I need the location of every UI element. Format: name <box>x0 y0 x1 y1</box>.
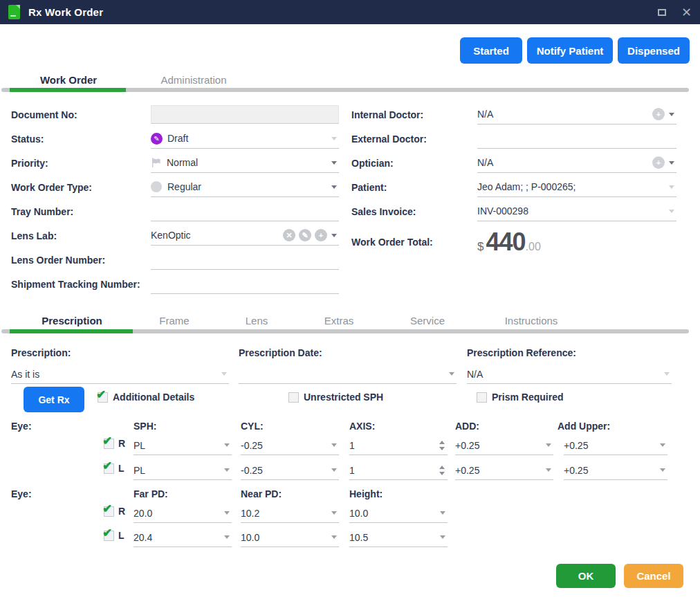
sales-invoice-field[interactable]: INV-000298 <box>477 202 676 221</box>
chevron-down-icon[interactable] <box>224 535 230 539</box>
chevron-down-icon[interactable] <box>331 511 337 515</box>
eye-r-pd-checkbox[interactable]: ✔ R <box>104 506 125 517</box>
cyl-r-field[interactable]: -0.25 <box>241 436 339 455</box>
external-doctor-field[interactable] <box>477 129 676 149</box>
plus-circle-icon[interactable]: + <box>315 229 327 241</box>
chevron-down-icon[interactable] <box>660 443 665 447</box>
add-l-field[interactable]: +0.25 <box>455 461 553 480</box>
add-upper-r-field[interactable]: +0.25 <box>564 436 667 455</box>
axis-r-field[interactable]: 1 <box>349 436 448 455</box>
chevron-down-icon[interactable] <box>546 468 551 472</box>
far-pd-l-value: 20.4 <box>133 532 220 543</box>
spinner-icon[interactable] <box>439 466 445 475</box>
optician-field[interactable]: N/A + <box>477 154 676 173</box>
notify-patient-button[interactable]: Notify Patient <box>527 37 613 64</box>
work-order-type-field[interactable]: Regular <box>151 178 339 197</box>
near-pd-r-field[interactable]: 10.2 <box>241 504 339 523</box>
plus-circle-icon[interactable]: + <box>652 156 665 169</box>
chevron-down-icon[interactable] <box>331 468 337 472</box>
add-upper-l-field[interactable]: +0.25 <box>564 461 667 480</box>
height-r-field[interactable]: 10.0 <box>349 504 448 523</box>
prescription-label: Prescription: <box>11 347 229 358</box>
chevron-down-icon[interactable] <box>669 210 674 213</box>
eye-l-checkbox[interactable]: ✔ L <box>104 463 125 474</box>
near-pd-l-field[interactable]: 10.0 <box>241 528 339 547</box>
x-circle-icon[interactable]: ✕ <box>283 229 295 241</box>
additional-details-checkbox[interactable]: ✔ Additional Details <box>98 392 194 403</box>
eye-l-pd-checkbox[interactable]: ✔ L <box>104 530 125 541</box>
far-pd-l-field[interactable]: 20.4 <box>133 528 232 547</box>
check-icon: ✔ <box>102 526 112 540</box>
chevron-down-icon[interactable] <box>669 185 674 189</box>
far-pd-header: Far PD: <box>133 488 168 499</box>
chevron-down-icon[interactable] <box>660 468 665 472</box>
lens-lab-field[interactable]: KenOptic ✕ ✎ + <box>151 226 339 246</box>
prescription-date-field[interactable] <box>239 365 457 384</box>
checkbox-label: Unrestricted SPH <box>304 392 383 403</box>
chevron-down-icon[interactable] <box>331 185 337 189</box>
window-title: Rx Work Order <box>28 6 103 18</box>
started-button[interactable]: Started <box>460 37 522 64</box>
add-header: ADD: <box>455 421 479 432</box>
work-order-type-value: Regular <box>167 181 327 192</box>
sph-l-field[interactable]: PL <box>133 461 232 480</box>
sub-tab-active-indicator <box>10 329 133 333</box>
chevron-down-icon[interactable] <box>669 161 674 165</box>
chevron-down-icon[interactable] <box>331 443 337 447</box>
checkbox-box[interactable]: ✔ <box>98 392 108 403</box>
patient-field[interactable]: Jeo Adam; ; P-000265; <box>477 178 676 197</box>
sph-r-field[interactable]: PL <box>133 436 232 455</box>
chevron-down-icon[interactable] <box>669 113 674 116</box>
status-field[interactable]: ✎ Draft <box>151 129 339 149</box>
chevron-down-icon[interactable] <box>449 372 454 376</box>
eye-header: Eye: <box>11 421 32 432</box>
chevron-down-icon[interactable] <box>331 137 337 140</box>
chevron-down-icon[interactable] <box>440 511 445 515</box>
chevron-down-icon[interactable] <box>331 535 337 539</box>
chevron-down-icon[interactable] <box>331 234 337 237</box>
eye-r-checkbox[interactable]: ✔ R <box>104 438 125 449</box>
chevron-down-icon[interactable] <box>546 443 551 447</box>
unrestricted-sph-checkbox[interactable]: Unrestricted SPH <box>288 392 383 403</box>
far-pd-r-value: 20.0 <box>133 508 220 519</box>
far-pd-r-field[interactable]: 20.0 <box>133 504 232 523</box>
add-r-field[interactable]: +0.25 <box>455 436 553 455</box>
height-l-field[interactable]: 10.5 <box>349 528 448 547</box>
cyl-l-field[interactable]: -0.25 <box>241 461 339 480</box>
prism-required-checkbox[interactable]: Prism Required <box>477 392 563 403</box>
cancel-button[interactable]: Cancel <box>624 564 683 588</box>
checkbox-box[interactable] <box>288 392 299 403</box>
ok-button[interactable]: OK <box>556 564 616 588</box>
chevron-down-icon[interactable] <box>331 161 337 165</box>
axis-l-field[interactable]: 1 <box>349 461 448 480</box>
checkbox-box[interactable] <box>477 392 487 403</box>
shipment-tracking-field[interactable] <box>151 275 339 294</box>
prescription-reference-field[interactable]: N/A <box>467 365 672 384</box>
priority-field[interactable]: Normal <box>151 154 339 173</box>
check-icon: ✔ <box>102 502 112 516</box>
restore-icon[interactable] <box>658 9 666 16</box>
prescription-field[interactable]: As it is <box>11 365 229 384</box>
plus-circle-icon[interactable]: + <box>652 108 665 120</box>
chevron-down-icon[interactable] <box>440 535 445 539</box>
internal-doctor-field[interactable]: N/A + <box>477 105 676 125</box>
get-rx-button[interactable]: Get Rx <box>24 387 84 412</box>
checkbox-box[interactable]: ✔ <box>104 531 114 541</box>
chevron-down-icon[interactable] <box>224 511 230 515</box>
checkbox-box[interactable]: ✔ <box>104 506 114 517</box>
close-icon[interactable]: ✕ <box>681 6 692 19</box>
titlebar: Rx Work Order ✕ <box>0 0 700 24</box>
tray-number-field[interactable] <box>151 202 339 221</box>
chevron-down-icon[interactable] <box>224 468 230 472</box>
checkbox-box[interactable]: ✔ <box>104 463 114 474</box>
pencil-circle-icon[interactable]: ✎ <box>299 229 311 241</box>
main-tab-active-indicator <box>10 88 126 92</box>
lens-order-number-field[interactable] <box>151 250 339 270</box>
chevron-down-icon[interactable] <box>221 372 227 376</box>
checkbox-box[interactable]: ✔ <box>104 439 114 449</box>
chevron-down-icon[interactable] <box>224 443 230 447</box>
spinner-icon[interactable] <box>439 441 445 450</box>
flag-icon <box>151 157 162 168</box>
dispensed-button[interactable]: Dispensed <box>618 37 690 64</box>
chevron-down-icon[interactable] <box>664 372 670 376</box>
